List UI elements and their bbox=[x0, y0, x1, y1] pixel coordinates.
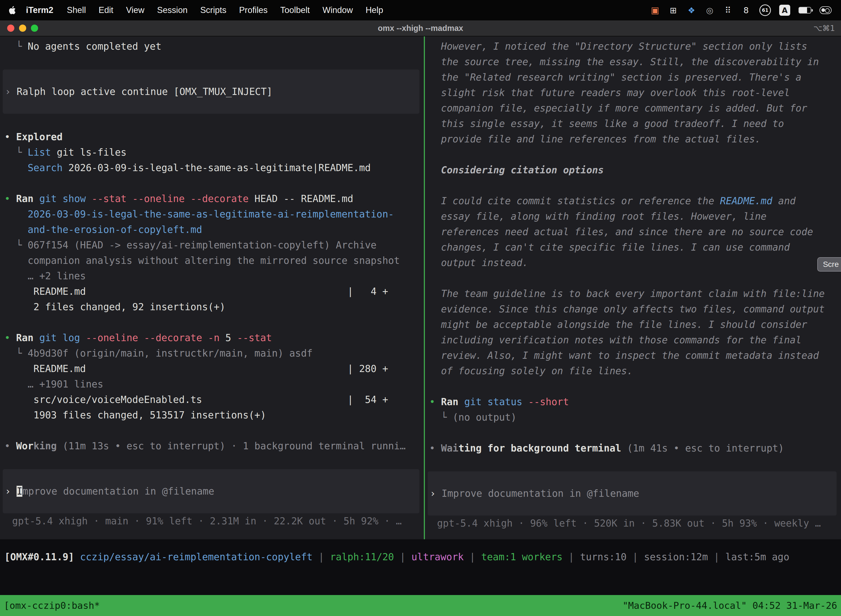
terminal-line: 1903 files changed, 513517 insertions(+) bbox=[0, 407, 424, 423]
window-layout-icon[interactable]: ⊞ bbox=[668, 4, 678, 16]
terminal-line: essay file, along with finding root file… bbox=[425, 209, 841, 224]
left-transcript-block: • Explored └ List git ls-files Search 20… bbox=[0, 114, 424, 454]
terminal-line: [OMX#0.11.9] cczip/essay/ai-reimplementa… bbox=[0, 549, 841, 565]
menu-help[interactable]: Help bbox=[359, 5, 390, 15]
menu-session[interactable]: Session bbox=[151, 5, 194, 15]
menu-items: ShellEditViewSessionScriptsProfilesToolb… bbox=[60, 5, 389, 15]
traffic-lights bbox=[0, 25, 38, 32]
terminal-line: of focusing solely on file lines. bbox=[425, 363, 841, 378]
terminal-line bbox=[0, 54, 424, 70]
gauge-61-icon[interactable]: 61 bbox=[759, 4, 771, 16]
prompt-input-left[interactable]: › Improve documentation in @filename bbox=[3, 469, 419, 513]
terminal-line: review. Also, I might want to inspect th… bbox=[425, 348, 841, 363]
terminal-line: README.md | 4 + bbox=[0, 284, 424, 299]
apple-logo-svg bbox=[9, 6, 16, 14]
figure-eight-icon[interactable]: 8 bbox=[741, 4, 751, 16]
terminal-line: • Waiting for background terminal (1m 41… bbox=[425, 440, 841, 456]
right-terminal-pane[interactable]: However, I noticed the "Directory Struct… bbox=[425, 37, 841, 539]
blue-app-icon[interactable]: ❖ bbox=[687, 4, 696, 16]
ralph-loop-panel: › Ralph loop active continue [OMX_TMUX_I… bbox=[3, 70, 419, 114]
tmux-host-time-label: "MacBook-Pro-44.local" 04:52 31-Mar-26 bbox=[623, 600, 837, 611]
terminal-line: companion analysis without altering the … bbox=[0, 253, 424, 268]
terminal-line bbox=[425, 425, 841, 440]
terminal-line: • Ran git log --oneline --decorate -n 5 … bbox=[0, 330, 424, 346]
screen-recording-indicator-icon[interactable]: ▣ bbox=[650, 4, 660, 16]
battery-icon[interactable] bbox=[799, 7, 811, 13]
terminal-line: output instead. bbox=[425, 255, 841, 270]
terminal-line bbox=[425, 378, 841, 394]
terminal-line: └ 4b9d30f (origin/main, instructkr/main,… bbox=[0, 346, 424, 361]
dark-app-icon[interactable]: ◎ bbox=[705, 4, 715, 16]
terminal-line: might be acceptable alongside the file l… bbox=[425, 317, 841, 332]
terminal-line: evidence. Since this change only affects… bbox=[425, 301, 841, 317]
terminal-line: • Ran git status --short bbox=[425, 394, 841, 409]
left-intro-block: └ No agents completed yet bbox=[0, 39, 424, 70]
terminal-line: However, I noticed the "Directory Struct… bbox=[425, 39, 841, 54]
terminal-line bbox=[425, 178, 841, 193]
terminal-line: src/voice/voiceModeEnabled.ts | 54 + bbox=[0, 392, 424, 407]
control-center-icon[interactable] bbox=[819, 6, 832, 14]
terminal-line bbox=[0, 114, 424, 129]
terminal-line bbox=[0, 176, 424, 191]
menu-window[interactable]: Window bbox=[316, 5, 359, 15]
macos-menu-bar: iTerm2 ShellEditViewSessionScriptsProfil… bbox=[0, 0, 841, 21]
terminal-line: The team guideline is to back every impo… bbox=[425, 286, 841, 301]
close-button[interactable] bbox=[7, 25, 14, 32]
window-shortcut-badge: ⌥⌘1 bbox=[813, 24, 841, 33]
zoom-button[interactable] bbox=[31, 25, 38, 32]
menu-toolbelt[interactable]: Toolbelt bbox=[274, 5, 316, 15]
model-status-right: gpt-5.4 xhigh · 96% left · 520K in · 5.8… bbox=[425, 516, 841, 531]
apple-menu-icon[interactable] bbox=[8, 6, 19, 14]
terminal-line: • Working (11m 13s • esc to interrupt) ·… bbox=[0, 438, 424, 454]
terminal-line: README.md | 280 + bbox=[0, 361, 424, 377]
left-terminal-pane[interactable]: └ No agents completed yet › Ralph loop a… bbox=[0, 37, 424, 539]
terminal-line: └ No agents completed yet bbox=[0, 39, 424, 54]
menu-edit[interactable]: Edit bbox=[92, 5, 119, 15]
input-source-icon[interactable]: A bbox=[779, 5, 790, 16]
terminal-line: └ (no output) bbox=[425, 409, 841, 425]
dots-grid-icon[interactable]: ⠿ bbox=[723, 4, 733, 16]
terminal-line: … +2 lines bbox=[0, 268, 424, 284]
terminal-line: • Explored bbox=[0, 129, 424, 145]
tmux-status-bar: [omx-cczip0:bash* "MacBook-Pro-44.local"… bbox=[0, 595, 841, 616]
terminal-line: slight risk that future readers may over… bbox=[425, 85, 841, 100]
terminal-line bbox=[425, 147, 841, 162]
terminal-line: references need actual files, and since … bbox=[425, 224, 841, 239]
menu-status-icons: ▣⊞❖◎⠿861A bbox=[650, 4, 833, 16]
screen: iTerm2 ShellEditViewSessionScriptsProfil… bbox=[0, 0, 841, 616]
menu-view[interactable]: View bbox=[120, 5, 151, 15]
menu-scripts[interactable]: Scripts bbox=[194, 5, 233, 15]
menu-app-name[interactable]: iTerm2 bbox=[19, 5, 60, 15]
terminal-line: › Improve documentation in @filename bbox=[3, 484, 419, 499]
terminal-line: └ List git ls-files bbox=[0, 145, 424, 160]
menu-profiles[interactable]: Profiles bbox=[233, 5, 274, 15]
terminal-line: and-the-erosion-of-copyleft.md bbox=[0, 222, 424, 238]
terminal-line: the source tree, missing the essay. Stil… bbox=[425, 54, 841, 70]
terminal-content: └ No agents completed yet › Ralph loop a… bbox=[0, 37, 841, 616]
terminal-line: including verification notes with those … bbox=[425, 332, 841, 348]
terminal-line: … +1901 lines bbox=[0, 377, 424, 392]
terminal-line: provide file and line references from th… bbox=[425, 131, 841, 147]
terminal-line: • Ran git show --stat --oneline --decora… bbox=[0, 191, 424, 207]
right-transcript-block: However, I noticed the "Directory Struct… bbox=[425, 39, 841, 456]
terminal-line: Search 2026-03-09-is-legal-the-same-as-l… bbox=[0, 160, 424, 176]
terminal-line: I could cite commit statistics or refere… bbox=[425, 193, 841, 209]
menu-shell[interactable]: Shell bbox=[60, 5, 92, 15]
model-status-left: gpt-5.4 xhigh · main · 91% left · 2.31M … bbox=[0, 513, 424, 529]
prompt-input-right[interactable]: › Improve documentation in @filename bbox=[428, 471, 837, 516]
omx-status-bar: [OMX#0.11.9] cczip/essay/ai-reimplementa… bbox=[0, 539, 841, 565]
terminal-line bbox=[0, 423, 424, 438]
terminal-line: 2026-03-09-is-legal-the-same-as-legitima… bbox=[0, 207, 424, 222]
terminal-line: changes, I can't cite specific file line… bbox=[425, 239, 841, 255]
minimize-button[interactable] bbox=[19, 25, 26, 32]
tmux-session-label: [omx-cczip0:bash* bbox=[4, 600, 100, 611]
window-title-bar: omx --xhigh --madmax ⌥⌘1 bbox=[0, 21, 841, 37]
terminal-line: 2 files changed, 92 insertions(+) bbox=[0, 299, 424, 315]
terminal-line: this single essay, it seems like a good … bbox=[425, 116, 841, 131]
terminal-line: └ 067f154 (HEAD -> essay/ai-reimplementa… bbox=[0, 238, 424, 253]
screen-share-popover[interactable]: Scre bbox=[817, 257, 841, 271]
window-title: omx --xhigh --madmax bbox=[0, 24, 841, 33]
terminal-line bbox=[0, 315, 424, 330]
terminal-line: the "Related research writing" section i… bbox=[425, 70, 841, 85]
tmux-panes: └ No agents completed yet › Ralph loop a… bbox=[0, 37, 841, 539]
